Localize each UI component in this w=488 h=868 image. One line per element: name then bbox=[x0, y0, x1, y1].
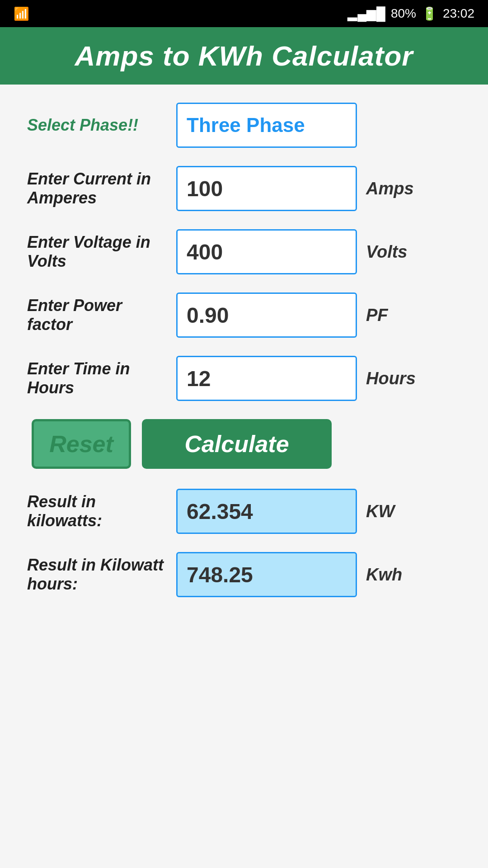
power-factor-input[interactable] bbox=[176, 292, 357, 338]
current-row: Enter Current in Amperes Amps bbox=[27, 166, 461, 211]
current-input[interactable] bbox=[176, 166, 357, 211]
power-factor-row: Enter Power factor PF bbox=[27, 292, 461, 338]
buttons-row: Reset Calculate bbox=[27, 419, 461, 469]
time-unit: Hours bbox=[366, 369, 420, 388]
status-bar: 📶 ▂▄▆█ 80% 🔋 23:02 bbox=[0, 0, 488, 27]
result-kwh-row: Result in Kilowatt hours: Kwh bbox=[27, 552, 461, 597]
current-label: Enter Current in Amperes bbox=[27, 170, 167, 208]
current-unit: Amps bbox=[366, 179, 420, 198]
app-title: Amps to KWh Calculator bbox=[9, 40, 479, 72]
select-phase-row: Select Phase!! bbox=[27, 103, 461, 148]
voltage-input[interactable] bbox=[176, 229, 357, 274]
main-content: Select Phase!! Enter Current in Amperes … bbox=[0, 85, 488, 868]
voltage-label: Enter Voltage in Volts bbox=[27, 233, 167, 271]
result-kw-label: Result in kilowatts: bbox=[27, 492, 167, 530]
result-kwh-input bbox=[176, 552, 357, 597]
voltage-row: Enter Voltage in Volts Volts bbox=[27, 229, 461, 274]
result-kw-row: Result in kilowatts: KW bbox=[27, 489, 461, 534]
time-input[interactable] bbox=[176, 356, 357, 401]
result-kwh-unit: Kwh bbox=[366, 565, 420, 585]
status-left: 📶 bbox=[14, 6, 29, 21]
wifi-icon: 📶 bbox=[14, 6, 29, 21]
result-kw-unit: KW bbox=[366, 502, 420, 521]
calculate-button[interactable]: Calculate bbox=[142, 419, 332, 469]
result-kwh-label: Result in Kilowatt hours: bbox=[27, 556, 167, 594]
battery-text: 80% bbox=[391, 6, 416, 21]
signal-icon: ▂▄▆█ bbox=[347, 6, 385, 21]
result-kw-input bbox=[176, 489, 357, 534]
power-factor-label: Enter Power factor bbox=[27, 296, 167, 334]
time-label: Enter Time in Hours bbox=[27, 359, 167, 397]
battery-icon: 🔋 bbox=[422, 6, 437, 21]
reset-button[interactable]: Reset bbox=[32, 419, 131, 469]
select-phase-label: Select Phase!! bbox=[27, 116, 167, 135]
time-text: 23:02 bbox=[443, 6, 474, 21]
phase-input[interactable] bbox=[176, 103, 357, 148]
power-factor-unit: PF bbox=[366, 306, 420, 325]
voltage-unit: Volts bbox=[366, 242, 420, 262]
status-right: ▂▄▆█ 80% 🔋 23:02 bbox=[347, 6, 474, 21]
app-header: Amps to KWh Calculator bbox=[0, 27, 488, 85]
time-row: Enter Time in Hours Hours bbox=[27, 356, 461, 401]
